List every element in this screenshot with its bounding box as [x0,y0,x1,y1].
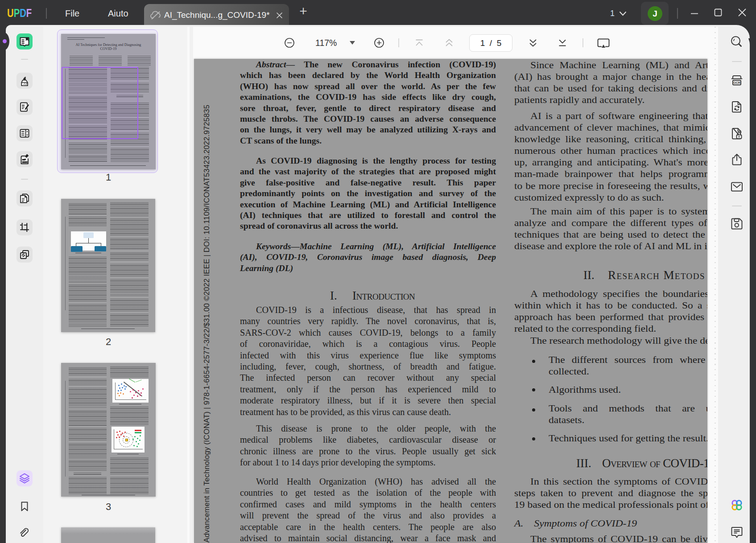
svg-text:OCR: OCR [733,81,740,84]
